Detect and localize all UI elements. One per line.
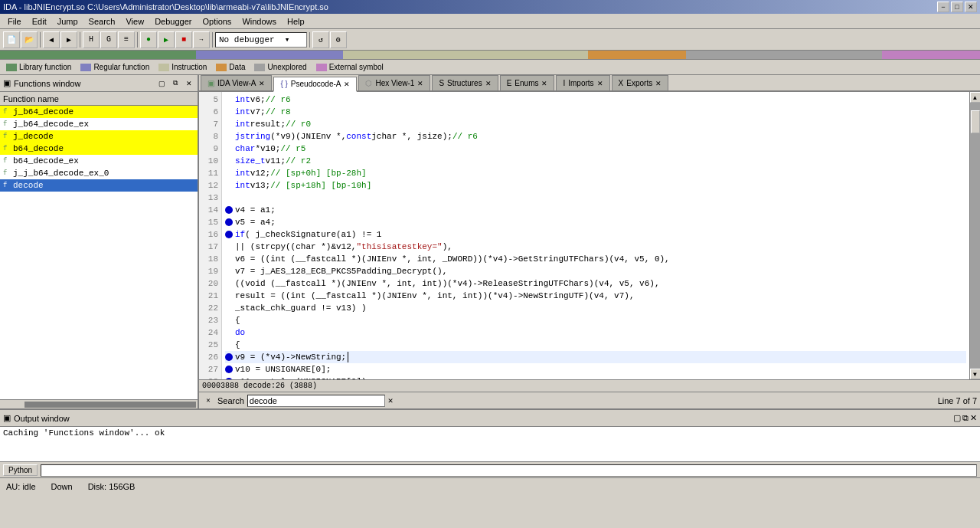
tb-bp-toggle[interactable]: ● xyxy=(140,31,157,48)
ln-17: 17 xyxy=(199,241,221,253)
search-input[interactable] xyxy=(247,395,385,407)
tab-imports[interactable]: I Imports ✕ xyxy=(556,75,609,90)
tab-enums[interactable]: E Enums ✕ xyxy=(500,75,555,90)
tb-fwd[interactable]: ▶ xyxy=(60,31,77,48)
functions-float-btn[interactable]: ⧉ xyxy=(170,78,181,89)
code-line-18: v6 = ((int (__fastcall *)(JNIEnv *, int,… xyxy=(225,253,966,265)
line-numbers: 5 6 7 8 9 10 11 12 13 14 15 16 17 18 19 … xyxy=(199,92,222,379)
menu-file[interactable]: File xyxy=(3,16,26,27)
output-float-btn[interactable]: ⧉ xyxy=(962,413,969,423)
no-bp-22 xyxy=(225,304,233,312)
tab-hex-view[interactable]: ⬡ Hex View-1 ✕ xyxy=(358,75,430,90)
python-button[interactable]: Python xyxy=(3,464,38,476)
vscroll-track[interactable] xyxy=(970,103,981,369)
tb-run[interactable]: ▶ xyxy=(158,31,175,48)
code-line-15: v5 = a4; xyxy=(225,216,966,228)
tab-structures-close[interactable]: ✕ xyxy=(485,80,492,87)
code-area[interactable]: 5 6 7 8 9 10 11 12 13 14 15 16 17 18 19 … xyxy=(199,92,980,379)
python-bar: Python xyxy=(0,461,980,478)
func-item-j_decode[interactable]: f j_decode xyxy=(0,130,198,143)
no-bp-17 xyxy=(225,243,233,251)
code-line-13 xyxy=(225,192,966,204)
menu-help[interactable]: Help xyxy=(283,16,309,27)
func-item-b64_decode_ex[interactable]: f b64_decode_ex xyxy=(0,155,198,167)
functions-scroll-thumb[interactable] xyxy=(2,402,24,408)
toolbar: 📄 📂 ◀ ▶ H G ≡ ● ▶ ■ → No debugger ▾ ↺ ⚙ xyxy=(0,29,980,51)
search-clear-button[interactable]: ✕ xyxy=(202,395,214,407)
tb-open[interactable]: 📂 xyxy=(21,31,38,48)
functions-scroll-track[interactable] xyxy=(2,402,196,408)
code-vscrollbar[interactable]: ▲ ▼ xyxy=(969,92,980,379)
ln-19: 19 xyxy=(199,265,221,277)
legend-unexplored-color xyxy=(254,64,265,71)
tb-stop[interactable]: ■ xyxy=(175,31,192,48)
ln-8: 8 xyxy=(199,130,221,143)
menu-debugger[interactable]: Debugger xyxy=(150,16,196,27)
tb-hex[interactable]: H xyxy=(83,31,100,48)
tb-sep3 xyxy=(137,32,138,48)
menu-windows[interactable]: Windows xyxy=(237,16,281,27)
menu-jump[interactable]: Jump xyxy=(53,16,83,27)
legend-instruction-color xyxy=(158,64,169,71)
tb-back[interactable]: ◀ xyxy=(43,31,60,48)
func-name-2: j_decode xyxy=(13,132,54,141)
vscroll-thumb[interactable] xyxy=(971,110,980,133)
tab-enums-close[interactable]: ✕ xyxy=(541,80,547,87)
func-item-j_b64_decode[interactable]: f j_b64_decode xyxy=(0,106,198,118)
menu-options[interactable]: Options xyxy=(198,16,236,27)
func-item-j_j_b64_decode_ex_0[interactable]: f j_j_b64_decode_ex_0 xyxy=(0,167,198,179)
tab-imports-close[interactable]: ✕ xyxy=(597,80,603,87)
tab-ida-view[interactable]: ▣ IDA View-A ✕ xyxy=(201,75,272,90)
python-input[interactable] xyxy=(41,464,977,477)
close-button[interactable]: ✕ xyxy=(965,2,977,12)
title-text: IDA - libJNIEncrypt.so C:\Users\Administ… xyxy=(3,2,328,11)
menu-edit[interactable]: Edit xyxy=(28,16,51,27)
func-item-decode[interactable]: f decode xyxy=(0,179,198,192)
func-icon-2: f xyxy=(3,133,11,140)
bp-26 xyxy=(225,353,233,361)
search-label: Search xyxy=(217,396,244,405)
tb-settings[interactable]: ⚙ xyxy=(330,31,347,48)
no-bp-23 xyxy=(225,316,233,324)
tb-graph[interactable]: G xyxy=(100,31,117,48)
tab-hex-view-close[interactable]: ✕ xyxy=(417,80,423,87)
tab-structures[interactable]: S Structures ✕ xyxy=(432,75,498,90)
maximize-button[interactable]: □ xyxy=(951,2,963,12)
output-text: Caching 'Functions window'... ok xyxy=(3,428,165,438)
output-icon: ▣ xyxy=(3,413,11,423)
progress-seg1 xyxy=(0,51,196,59)
vscroll-up-btn[interactable]: ▲ xyxy=(970,92,981,103)
tb-refresh[interactable]: ↺ xyxy=(312,31,329,48)
tb-new[interactable]: 📄 xyxy=(3,31,20,48)
tab-pseudocode[interactable]: { } Pseudocode-A ✕ xyxy=(273,77,357,92)
tb-debugger-dropdown[interactable]: No debugger ▾ xyxy=(215,32,307,48)
func-item-b64_decode[interactable]: f b64_decode xyxy=(0,143,198,155)
func-name-3: b64_decode xyxy=(13,144,64,153)
menu-view[interactable]: View xyxy=(121,16,149,27)
tab-exports[interactable]: X Exports ✕ xyxy=(612,75,669,90)
tab-pseudocode-close[interactable]: ✕ xyxy=(344,80,350,88)
no-bp-12 xyxy=(225,182,233,189)
vscroll-down-btn[interactable]: ▼ xyxy=(970,369,981,379)
func-item-j_b64_decode_ex[interactable]: f j_b64_decode_ex xyxy=(0,118,198,130)
legend-data-color xyxy=(216,64,227,71)
tab-enums-icon: E xyxy=(507,79,512,87)
minimize-button[interactable]: − xyxy=(937,2,949,12)
functions-scrollbar[interactable] xyxy=(0,399,198,408)
functions-close-btn[interactable]: ✕ xyxy=(184,78,194,89)
func-icon-5: f xyxy=(3,169,11,177)
tab-exports-close[interactable]: ✕ xyxy=(655,80,662,87)
code-content[interactable]: int v6; // r6 int v7; // r8 int result; … xyxy=(222,92,969,379)
tb-step[interactable]: → xyxy=(193,31,210,48)
functions-restore-btn[interactable]: ▢ xyxy=(156,78,167,89)
ln-27: 27 xyxy=(199,363,221,376)
status-au: AU: idle xyxy=(6,482,36,491)
tb-sep1 xyxy=(40,32,41,48)
tb-sep4 xyxy=(212,32,213,48)
menu-search[interactable]: Search xyxy=(84,16,120,27)
tb-list[interactable]: ≡ xyxy=(118,31,135,48)
output-close-btn[interactable]: ✕ xyxy=(970,413,977,423)
output-restore-btn[interactable]: ▢ xyxy=(953,413,961,423)
search-clear-x[interactable]: ✕ xyxy=(388,395,394,405)
tab-ida-view-close[interactable]: ✕ xyxy=(259,80,265,87)
